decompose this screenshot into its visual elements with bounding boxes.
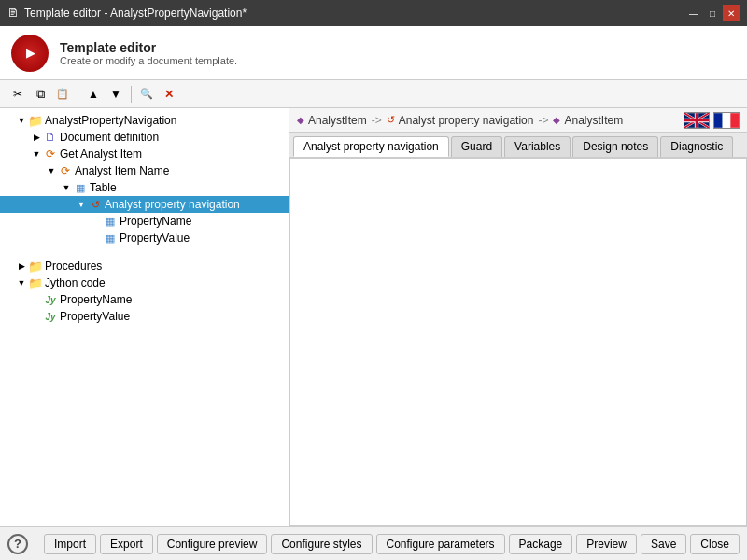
toggle-jython-code[interactable]: ▼ (15, 276, 28, 289)
tab-variables[interactable]: Variables (504, 136, 571, 157)
bc-label-3: AnalystItem (564, 114, 623, 127)
tab-guard[interactable]: Guard (451, 136, 502, 157)
configure-styles-button[interactable]: Configure styles (271, 534, 372, 554)
move-down-button[interactable]: ▼ (106, 84, 126, 105)
toggle-analyst-prop-nav[interactable]: ▼ (75, 198, 88, 211)
tree-label-root: AnalystPropertyNavigation (45, 114, 176, 127)
right-tabs: Analyst property navigation Guard Variab… (289, 133, 747, 158)
package-button[interactable]: Package (509, 534, 573, 554)
bc-label-1: AnalystItem (308, 114, 367, 127)
toggle-analyst-item-name[interactable]: ▼ (45, 164, 58, 177)
folder-icon-jython: 📁 (28, 275, 43, 290)
close-window-button[interactable]: ✕ (723, 5, 740, 21)
flag-buttons (684, 112, 740, 129)
export-button[interactable]: Export (100, 534, 153, 554)
minimize-button[interactable]: — (685, 5, 702, 21)
fr-flag-button[interactable] (713, 112, 740, 129)
delete-icon: ✕ (164, 88, 174, 101)
title-bar: 🖹 Template editor - AnalystPropertyNavig… (0, 0, 747, 26)
delete-button[interactable]: ✕ (159, 84, 179, 105)
cycle-icon-analyst-item-name: ⟳ (58, 163, 73, 178)
find-icon: 🔍 (140, 88, 153, 100)
tree-label-property-name-1: PropertyName (120, 215, 191, 228)
right-content (289, 158, 747, 526)
folder-icon-procedures: 📁 (28, 259, 43, 273)
paste-button[interactable]: 📋 (52, 84, 73, 105)
uk-flag-svg (684, 113, 709, 128)
tree-label-analyst-item-name: Analyst Item Name (75, 164, 169, 177)
bc-label-2: Analyst property navigation (399, 114, 534, 127)
tree-panel[interactable]: ▼ 📁 AnalystPropertyNavigation ▶ 🗋 Docume… (0, 108, 289, 526)
header-text: Template editor Create or modify a docum… (60, 40, 237, 66)
toolbar: ✂ ⧉ 📋 ▲ ▼ 🔍 ✕ (0, 80, 747, 108)
move-up-icon: ▲ (88, 88, 99, 101)
title-bar-icon: 🖹 (7, 7, 19, 20)
breadcrumb-path: ◆ AnalystItem -> ↺ Analyst property navi… (297, 114, 623, 127)
tab-design-notes[interactable]: Design notes (572, 136, 658, 157)
tree-item-prop-value-jy[interactable]: ▶ Jy PropertyValue (0, 308, 289, 325)
copy-icon: ⧉ (36, 87, 45, 102)
right-panel: ◆ AnalystItem -> ↺ Analyst property navi… (289, 108, 747, 526)
paste-icon: 📋 (56, 88, 69, 100)
app-icon: ▶ (11, 35, 49, 72)
title-bar-left: 🖹 Template editor - AnalystPropertyNavig… (7, 7, 247, 20)
toggle-table[interactable]: ▼ (60, 181, 73, 194)
tree-item-analyst-prop-nav[interactable]: ▼ ↺ Analyst property navigation (0, 196, 289, 213)
nav-icon-analyst-prop-nav: ↺ (88, 197, 103, 212)
cut-icon: ✂ (13, 88, 22, 101)
uk-flag-button[interactable] (684, 112, 710, 129)
toolbar-separator-1 (78, 86, 78, 103)
svg-rect-1 (714, 113, 723, 128)
svg-rect-2 (723, 113, 731, 128)
configure-preview-button[interactable]: Configure preview (157, 534, 268, 554)
folder-icon-root: 📁 (28, 113, 43, 128)
header-subtitle: Create or modify a document template. (60, 55, 237, 66)
maximize-button[interactable]: □ (704, 5, 721, 21)
jy-icon-prop-value: Jy (43, 309, 58, 324)
table-icon-table: ▦ (73, 180, 88, 195)
tab-analyst-prop-nav[interactable]: Analyst property navigation (293, 136, 449, 157)
tree-item-jython-code[interactable]: ▼ 📁 Jython code (0, 274, 289, 291)
toggle-get-analyst[interactable]: ▼ (30, 147, 43, 161)
copy-button[interactable]: ⧉ (30, 84, 50, 105)
find-button[interactable]: 🔍 (136, 84, 157, 105)
bc-arrow-2: -> (538, 114, 548, 127)
bc-arrow-1: -> (372, 114, 382, 127)
header: ▶ Template editor Create or modify a doc… (0, 26, 747, 80)
tree-item-get-analyst[interactable]: ▼ ⟳ Get Analyst Item (0, 146, 289, 162)
toggle-procedures[interactable]: ▶ (15, 259, 28, 273)
bottom-bar: ? Import Export Configure preview Config… (0, 526, 747, 560)
tree-label-jython-code: Jython code (45, 276, 106, 289)
tree-item-analyst-item-name[interactable]: ▼ ⟳ Analyst Item Name (0, 162, 289, 179)
save-button[interactable]: Save (641, 534, 686, 554)
tree-item-property-name-1[interactable]: ▶ ▦ PropertyName (0, 213, 289, 230)
toolbar-separator-2 (131, 86, 132, 103)
tree-item-root[interactable]: ▼ 📁 AnalystPropertyNavigation (0, 112, 289, 129)
main-area: ▼ 📁 AnalystPropertyNavigation ▶ 🗋 Docume… (0, 108, 747, 526)
tree-item-table[interactable]: ▼ ▦ Table (0, 179, 289, 196)
tree-label-prop-value-jy: PropertyValue (60, 310, 130, 323)
tree-label-prop-name-jy: PropertyName (60, 293, 132, 306)
preview-button[interactable]: Preview (576, 534, 637, 554)
tab-diagnostic[interactable]: Diagnostic (660, 136, 733, 157)
import-button[interactable]: Import (44, 534, 96, 554)
tree-item-doc-def[interactable]: ▶ 🗋 Document definition (0, 129, 289, 146)
configure-parameters-button[interactable]: Configure parameters (376, 534, 505, 554)
bottom-left: ? (7, 534, 28, 554)
move-up-button[interactable]: ▲ (83, 84, 104, 105)
tree-item-property-value-1[interactable]: ▶ ▦ PropertyValue (0, 230, 289, 246)
toggle-root[interactable]: ▼ (15, 114, 28, 127)
tree-item-prop-name-jy[interactable]: ▶ Jy PropertyName (0, 291, 289, 308)
cut-button[interactable]: ✂ (7, 84, 28, 105)
cycle-icon-get-analyst: ⟳ (43, 147, 58, 161)
header-title: Template editor (60, 40, 237, 55)
title-bar-controls: — □ ✕ (685, 5, 740, 21)
help-button[interactable]: ? (7, 534, 28, 554)
close-button[interactable]: Close (690, 534, 740, 554)
toggle-doc-def[interactable]: ▶ (30, 131, 43, 144)
move-down-icon: ▼ (110, 88, 121, 101)
breadcrumb: ◆ AnalystItem -> ↺ Analyst property navi… (289, 108, 747, 133)
title-bar-title: Template editor - AnalystPropertyNavigat… (24, 7, 247, 20)
bc-icon-2: ↺ (387, 114, 395, 126)
tree-item-procedures[interactable]: ▶ 📁 Procedures (0, 258, 289, 274)
